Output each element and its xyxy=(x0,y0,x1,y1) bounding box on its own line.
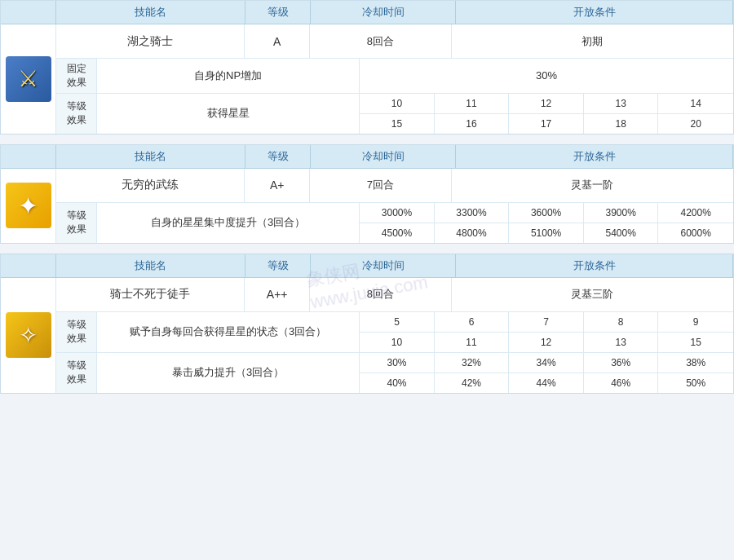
level-value: 3300% xyxy=(435,203,510,223)
skill-icon-column xyxy=(1,278,56,393)
level-value: 32% xyxy=(435,353,510,373)
level-value: 40% xyxy=(360,373,435,393)
skill-cooldown: 8回合 xyxy=(310,278,452,311)
level-value: 44% xyxy=(509,373,584,393)
level-effect-label: 等级 效果 xyxy=(56,312,97,352)
level-effect-description: 获得星星 xyxy=(97,94,360,134)
level-value: 3000% xyxy=(360,203,435,223)
level-value: 4800% xyxy=(435,223,510,243)
level-value: 13 xyxy=(584,333,659,352)
header-cooldown: 冷却时间 xyxy=(311,145,456,168)
level-effect-row-1: 等级 效果暴击威力提升（3回合）30%32%34%36%38%40%42%44%… xyxy=(56,353,733,393)
header-icon-col xyxy=(1,1,56,24)
level-value: 11 xyxy=(435,333,510,352)
header-icon-col xyxy=(1,254,56,277)
level-value: 5400% xyxy=(584,223,659,243)
level-value: 8 xyxy=(584,312,659,333)
level-value: 7 xyxy=(509,312,584,333)
level-value: 13 xyxy=(584,94,659,114)
level-value: 3900% xyxy=(584,203,659,223)
level-effect-description: 自身的星星集中度提升（3回合） xyxy=(97,203,360,243)
level-effect-values: 3000%3300%3600%3900%4200%4500%4800%5100%… xyxy=(360,203,733,243)
skill-main-row: 湖之骑士A8回合初期 xyxy=(56,24,733,59)
skill-level: A++ xyxy=(245,278,310,311)
level-effect-row-0: 等级 效果获得星星10111213141516171820 xyxy=(56,94,733,134)
skill-cooldown: 8回合 xyxy=(310,24,452,58)
skill-rows-column: 无穷的武练A+7回合灵基一阶等级 效果自身的星星集中度提升（3回合）3000%3… xyxy=(56,169,733,243)
skill-rows-column: 湖之骑士A8回合初期固定 效果自身的NP增加30%等级 效果获得星星101112… xyxy=(56,24,733,134)
header-condition: 开放条件 xyxy=(456,254,733,277)
skill-icon xyxy=(6,183,51,228)
skill-name: 湖之骑士 xyxy=(56,24,245,58)
header-icon-col xyxy=(1,145,56,168)
level-value: 50% xyxy=(658,373,733,393)
header-level: 等级 xyxy=(245,145,311,168)
header-condition: 开放条件 xyxy=(456,145,733,168)
skill-icon-column xyxy=(1,24,56,134)
level-value: 14 xyxy=(658,94,733,114)
level-value: 10 xyxy=(360,333,435,352)
header-skill-name: 技能名 xyxy=(56,254,245,277)
level-effect-row-0: 等级 效果赋予自身每回合获得星星的状态（3回合）567891011121315 xyxy=(56,312,733,353)
level-value: 10 xyxy=(360,94,435,114)
level-value: 6 xyxy=(435,312,510,333)
header-condition: 开放条件 xyxy=(456,1,733,24)
skill-section-3: 技能名等级冷却时间开放条件骑士不死于徒手A++8回合灵基三阶等级 效果赋予自身每… xyxy=(0,254,734,394)
skill-icon xyxy=(6,312,51,358)
content-wrapper: 湖之骑士A8回合初期固定 效果自身的NP增加30%等级 效果获得星星101112… xyxy=(1,24,733,134)
level-value: 42% xyxy=(435,373,510,393)
level-value: 12 xyxy=(509,333,584,352)
level-effect-description: 赋予自身每回合获得星星的状态（3回合） xyxy=(97,312,360,352)
skill-cooldown: 7回合 xyxy=(310,169,452,202)
skill-main-row: 无穷的武练A+7回合灵基一阶 xyxy=(56,169,733,203)
header-cooldown: 冷却时间 xyxy=(311,254,456,277)
skill-rows-column: 骑士不死于徒手A++8回合灵基三阶等级 效果赋予自身每回合获得星星的状态（3回合… xyxy=(56,278,733,393)
level-effect-description: 暴击威力提升（3回合） xyxy=(97,353,360,393)
level-effect-row-0: 等级 效果自身的星星集中度提升（3回合）3000%3300%3600%3900%… xyxy=(56,203,733,243)
skill-section-1: 技能名等级冷却时间开放条件湖之骑士A8回合初期固定 效果自身的NP增加30%等级… xyxy=(0,0,734,134)
table-header: 技能名等级冷却时间开放条件 xyxy=(1,1,733,24)
level-value: 18 xyxy=(584,114,659,134)
level-effect-label: 等级 效果 xyxy=(56,203,97,243)
level-value: 4200% xyxy=(658,203,733,223)
content-wrapper: 骑士不死于徒手A++8回合灵基三阶等级 效果赋予自身每回合获得星星的状态（3回合… xyxy=(1,278,733,393)
level-value: 3600% xyxy=(509,203,584,223)
level-effect-values: 10111213141516171820 xyxy=(360,94,733,134)
table-header: 技能名等级冷却时间开放条件 xyxy=(1,254,733,278)
skill-icon-column xyxy=(1,169,56,243)
level-value: 12 xyxy=(509,94,584,114)
level-value: 11 xyxy=(435,94,510,114)
skill-condition: 灵基一阶 xyxy=(452,169,733,202)
level-effect-values: 30%32%34%36%38%40%42%44%46%50% xyxy=(360,353,733,393)
skill-condition: 灵基三阶 xyxy=(452,278,733,311)
skill-icon xyxy=(6,56,51,102)
level-value: 30% xyxy=(360,353,435,373)
level-effect-label: 等级 效果 xyxy=(56,353,97,393)
level-value: 20 xyxy=(658,114,733,134)
fixed-effect-label: 固定 效果 xyxy=(56,59,97,93)
skill-level: A+ xyxy=(245,169,310,202)
content-wrapper: 无穷的武练A+7回合灵基一阶等级 效果自身的星星集中度提升（3回合）3000%3… xyxy=(1,169,733,243)
header-level: 等级 xyxy=(245,254,311,277)
level-effect-label: 等级 效果 xyxy=(56,94,97,134)
level-value: 5100% xyxy=(509,223,584,243)
level-value: 6000% xyxy=(658,223,733,243)
skill-name: 无穷的武练 xyxy=(56,169,245,202)
level-value: 17 xyxy=(509,114,584,134)
fixed-effect-value: 30% xyxy=(360,59,733,93)
level-value: 46% xyxy=(584,373,659,393)
level-value: 16 xyxy=(435,114,510,134)
fixed-effect-description: 自身的NP增加 xyxy=(97,59,360,93)
level-value: 15 xyxy=(360,114,435,134)
level-value: 34% xyxy=(509,353,584,373)
level-value: 15 xyxy=(658,333,733,352)
level-value: 9 xyxy=(658,312,733,333)
level-value: 38% xyxy=(658,353,733,373)
table-header: 技能名等级冷却时间开放条件 xyxy=(1,145,733,169)
skill-condition: 初期 xyxy=(452,24,733,58)
skill-level: A xyxy=(245,24,310,58)
header-level: 等级 xyxy=(245,1,311,24)
level-value: 36% xyxy=(584,353,659,373)
skill-main-row: 骑士不死于徒手A++8回合灵基三阶 xyxy=(56,278,733,312)
header-skill-name: 技能名 xyxy=(56,1,245,24)
